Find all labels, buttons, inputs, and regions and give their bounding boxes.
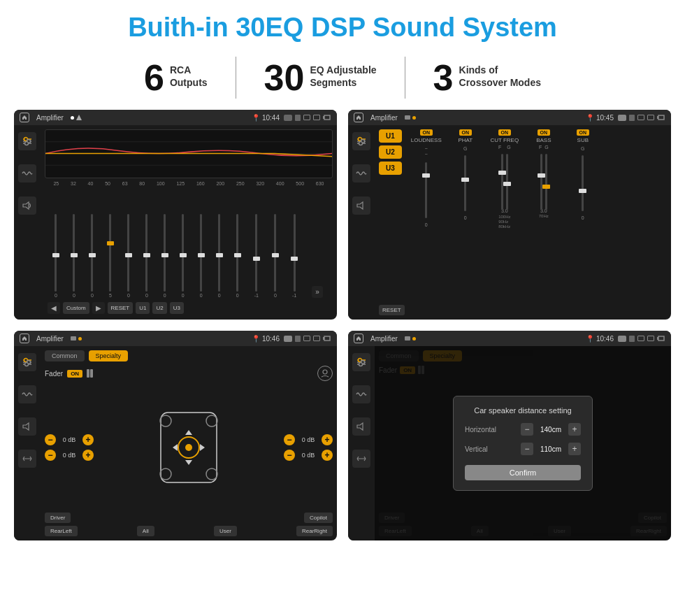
fader-content: Common Specialty Fader ON [41, 346, 337, 540]
fader-driver-btn[interactable]: Driver [45, 513, 71, 523]
svg-marker-39 [200, 444, 205, 451]
vol-driver-left-plus[interactable]: + [82, 434, 94, 445]
fader-copilot-btn[interactable]: Copilot [304, 513, 333, 523]
cross-wave-btn[interactable] [352, 164, 370, 182]
ch-phat-slider[interactable] [464, 155, 466, 211]
eq-u2-btn[interactable]: U2 [152, 302, 166, 314]
modal-horizontal-plus[interactable]: + [568, 423, 581, 436]
eq-slider-13[interactable]: 0 [274, 214, 277, 298]
eq-app-title: Amplifier [36, 114, 64, 122]
modal-horizontal-label: Horizontal [465, 426, 503, 434]
cross-sidebar [348, 125, 375, 320]
eq-slider-9[interactable]: 0 [200, 214, 203, 298]
svg-point-31 [185, 444, 192, 451]
modal-vertical-minus[interactable]: − [521, 443, 533, 455]
ch-loudness-on[interactable]: ON [420, 129, 433, 136]
vol-driver-left-minus[interactable]: − [45, 434, 56, 445]
stat-eq-number: 30 [264, 59, 305, 96]
cross-reset-btn[interactable]: RESET [379, 305, 405, 315]
modal-confirm-button[interactable]: Confirm [465, 465, 581, 480]
eq-slider-2[interactable]: 0 [73, 214, 75, 298]
vol-copilot-minus[interactable]: − [284, 434, 295, 445]
ch-phat-on[interactable]: ON [459, 129, 473, 136]
eq-graph [45, 129, 333, 178]
fader-home-icon[interactable] [20, 334, 29, 343]
ch-bass-slider-g[interactable] [545, 154, 547, 210]
fader-vol-btn[interactable] [18, 417, 36, 436]
cross-u2-btn[interactable]: U2 [379, 145, 402, 159]
eq-home-icon[interactable] [20, 113, 29, 122]
eq-slider-8[interactable]: 0 [182, 214, 185, 298]
cross-filter-btn[interactable] [352, 132, 370, 150]
fader-label-group: Fader ON [45, 369, 93, 378]
fader-left-vols: − 0 dB + − 0 dB + [45, 434, 94, 461]
ch-sub-on[interactable]: ON [577, 129, 590, 136]
ch-bass-on[interactable]: ON [538, 129, 551, 136]
cross-row: U1 U2 U3 ON LOUDNESS ~ ~ [379, 129, 667, 296]
cross-home-icon[interactable] [354, 113, 363, 122]
fader-wave-btn[interactable] [18, 385, 36, 403]
dist-vol-btn[interactable] [352, 417, 370, 436]
fader-rearright-btn[interactable]: RearRight [296, 526, 333, 536]
eq-custom-btn[interactable]: Custom [63, 302, 89, 314]
fader-status-icons [284, 335, 331, 342]
eq-slider-14[interactable]: -1 [292, 214, 296, 298]
vol-rearright-minus[interactable]: − [284, 450, 295, 461]
eq-slider-6[interactable]: 0 [145, 214, 148, 298]
vol-rearleft-minus[interactable]: − [45, 450, 56, 461]
ch-bass-slider-f[interactable] [540, 154, 542, 210]
fader-spread-btn[interactable] [18, 450, 36, 468]
svg-marker-8 [23, 202, 29, 209]
vol-rearleft-plus[interactable]: + [82, 450, 94, 461]
fader-filter-btn[interactable] [18, 353, 36, 371]
eq-reset-btn[interactable]: RESET [108, 302, 134, 314]
cross-u1-btn[interactable]: U1 [379, 129, 402, 143]
modal-vertical-plus[interactable]: + [568, 443, 581, 455]
stat-rca-label: RCAOutputs [170, 59, 208, 89]
svg-point-33 [206, 415, 217, 427]
eq-expand-btn[interactable]: » [312, 286, 323, 298]
eq-prev-btn[interactable]: ◀ [48, 302, 60, 314]
eq-slider-4[interactable]: 5 [109, 214, 112, 298]
eq-slider-1[interactable]: 0 [55, 214, 57, 298]
eq-u1-btn[interactable]: U1 [136, 302, 150, 314]
eq-slider-7[interactable]: 0 [164, 214, 166, 298]
ch-cutfreq-on[interactable]: ON [498, 129, 512, 136]
fader-common-tab[interactable]: Common [45, 350, 85, 361]
eq-slider-12[interactable]: -1 [254, 214, 259, 298]
vol-copilot: − 0 dB + [284, 434, 333, 445]
eq-volume-btn[interactable] [18, 196, 36, 215]
eq-filter-btn[interactable] [18, 132, 36, 150]
ch-cutfreq-slider-g[interactable] [506, 154, 508, 210]
vol-rearleft-val: 0 dB [59, 452, 80, 459]
eq-slider-5[interactable]: 0 [127, 214, 130, 298]
vol-rearright-plus[interactable]: + [322, 450, 333, 461]
ch-loudness-label: LOUDNESS [411, 137, 442, 143]
modal-horizontal-minus[interactable]: − [521, 423, 533, 436]
fader-all-btn[interactable]: All [137, 526, 154, 536]
fader-specialty-tab[interactable]: Specialty [89, 350, 129, 361]
eq-slider-10[interactable]: 0 [218, 214, 221, 298]
cross-vol-btn[interactable] [352, 196, 370, 215]
dist-home-icon[interactable] [354, 334, 363, 343]
dist-spread-btn[interactable] [352, 450, 370, 468]
fader-on-badge[interactable]: ON [67, 370, 82, 378]
eq-u3-btn[interactable]: U3 [170, 302, 184, 314]
eq-next-btn[interactable]: ▶ [92, 302, 105, 314]
vol-copilot-plus[interactable]: + [322, 434, 333, 445]
eq-slider-11[interactable]: 0 [236, 214, 239, 298]
cross-u3-btn[interactable]: U3 [379, 162, 402, 175]
fader-user-btn[interactable]: User [214, 526, 237, 536]
cross-content: U1 U2 U3 ON LOUDNESS ~ ~ [375, 125, 671, 320]
cross-main-area: U1 U2 U3 ON LOUDNESS ~ ~ [348, 125, 671, 320]
dist-wave-btn[interactable] [352, 385, 370, 403]
ch-loudness-slider[interactable] [425, 162, 427, 218]
dist-filter-btn[interactable] [352, 353, 370, 371]
car-diagram-svg [150, 406, 227, 489]
eq-slider-3[interactable]: 0 [91, 214, 94, 298]
fader-profile-icon[interactable] [317, 366, 333, 381]
ch-sub-slider[interactable] [582, 155, 584, 211]
stat-crossover-label: Kinds ofCrossover Modes [459, 59, 541, 89]
fader-rearleft-btn[interactable]: RearLeft [45, 526, 78, 536]
eq-wave-btn[interactable] [18, 164, 36, 182]
